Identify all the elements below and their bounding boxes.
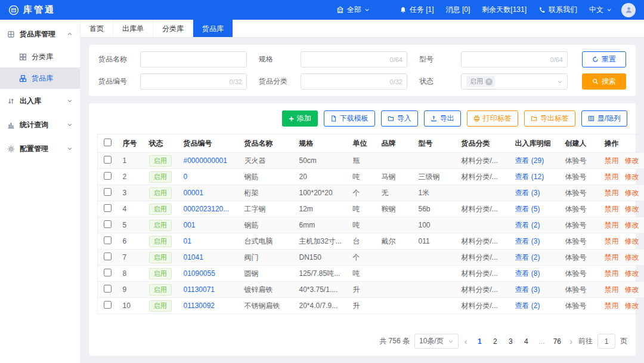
page-number[interactable]: 4: [519, 337, 532, 346]
row-select-cell[interactable]: [98, 217, 118, 233]
goods-code-link[interactable]: 0: [184, 173, 188, 181]
edit-action-link[interactable]: 修改: [625, 285, 639, 294]
export-label-button[interactable]: 导出标签: [524, 110, 575, 127]
tab-home[interactable]: 首页: [80, 20, 113, 37]
messages-item[interactable]: 消息 [0]: [446, 5, 470, 15]
sidebar-item-category-lib[interactable]: 分类库: [0, 46, 80, 67]
view-detail-link[interactable]: 查看 (2): [515, 221, 540, 229]
language-selector[interactable]: 中文: [589, 5, 612, 15]
goods-code-link[interactable]: 001: [184, 221, 196, 229]
row-select-cell[interactable]: [98, 298, 118, 314]
tab-category-lib[interactable]: 分类库: [153, 20, 193, 37]
row-checkbox[interactable]: [104, 301, 112, 309]
row-checkbox[interactable]: [104, 156, 112, 164]
row-checkbox[interactable]: [104, 236, 112, 244]
page-size-select[interactable]: 10条/页: [414, 334, 459, 349]
user-avatar[interactable]: [621, 3, 636, 17]
tasks-item[interactable]: 任务 [1]: [400, 5, 434, 15]
import-button[interactable]: 导入: [381, 110, 418, 127]
row-select-cell[interactable]: [98, 250, 118, 266]
row-select-cell[interactable]: [98, 233, 118, 250]
edit-action-link[interactable]: 修改: [625, 205, 639, 213]
goods-category-input[interactable]: 0/32: [301, 73, 407, 90]
goods-code-link[interactable]: 01130071: [184, 285, 215, 294]
goods-code-input[interactable]: 0/32: [140, 73, 247, 90]
disable-action-link[interactable]: 禁用: [605, 237, 619, 245]
reset-button[interactable]: 重置: [582, 51, 626, 67]
disable-action-link[interactable]: 禁用: [605, 269, 619, 278]
disable-action-link[interactable]: 禁用: [605, 221, 619, 229]
row-select-cell[interactable]: [98, 169, 118, 185]
row-checkbox[interactable]: [104, 269, 112, 276]
sidebar-group-config[interactable]: 配置管理: [0, 137, 80, 161]
row-checkbox[interactable]: [104, 285, 112, 293]
edit-action-link[interactable]: 修改: [625, 269, 639, 278]
row-checkbox[interactable]: [104, 204, 112, 212]
next-page-button[interactable]: ›: [568, 337, 574, 346]
row-select-cell[interactable]: [98, 153, 118, 169]
page-number[interactable]: 3: [504, 337, 517, 346]
row-checkbox[interactable]: [104, 253, 112, 260]
row-select-cell[interactable]: [98, 185, 118, 201]
model-input[interactable]: 0/64: [461, 51, 568, 67]
view-detail-link[interactable]: 查看 (12): [515, 173, 544, 181]
goto-page-input[interactable]: [597, 334, 615, 349]
page-number[interactable]: 1: [473, 337, 486, 346]
view-detail-link[interactable]: 查看 (2): [515, 253, 540, 262]
disable-action-link[interactable]: 禁用: [605, 253, 619, 262]
print-label-button[interactable]: 打印标签: [467, 110, 518, 127]
goods-code-link[interactable]: 00001: [184, 189, 203, 197]
edit-action-link[interactable]: 修改: [625, 237, 639, 245]
status-select[interactable]: 启用 ×: [461, 73, 568, 90]
page-number[interactable]: 2: [488, 337, 501, 346]
download-template-button[interactable]: 下载模板: [324, 110, 375, 127]
disable-action-link[interactable]: 禁用: [605, 285, 619, 294]
row-checkbox[interactable]: [104, 188, 112, 196]
add-button[interactable]: + 添加: [282, 110, 317, 127]
export-button[interactable]: 导出: [424, 110, 461, 127]
search-button[interactable]: 搜索: [582, 73, 626, 90]
row-select-cell[interactable]: [98, 201, 118, 217]
goods-code-link[interactable]: 0002023120...: [184, 205, 230, 213]
row-select-cell[interactable]: [98, 282, 118, 298]
page-number[interactable]: 76: [550, 337, 564, 346]
tab-goods-lib[interactable]: 货品库: [193, 20, 233, 37]
select-all-checkbox[interactable]: [104, 139, 112, 146]
prev-page-button[interactable]: ‹: [463, 337, 469, 346]
edit-action-link[interactable]: 修改: [625, 302, 639, 310]
edit-action-link[interactable]: 修改: [625, 253, 639, 262]
edit-action-link[interactable]: 修改: [625, 156, 639, 165]
sidebar-group-goods-mgmt[interactable]: 货品库管理: [0, 22, 80, 46]
goods-code-link[interactable]: 01130092: [184, 302, 215, 310]
row-checkbox[interactable]: [104, 220, 112, 228]
sidebar-group-stats[interactable]: 统计查询: [0, 113, 80, 137]
goods-code-link[interactable]: 01: [184, 237, 191, 245]
disable-action-link[interactable]: 禁用: [605, 205, 619, 213]
goods-code-link[interactable]: #0000000001: [184, 156, 227, 165]
view-detail-link[interactable]: 查看 (3): [515, 237, 540, 245]
edit-action-link[interactable]: 修改: [625, 173, 639, 181]
goods-code-link[interactable]: 01090055: [184, 269, 215, 278]
warehouse-scope-selector[interactable]: 全部: [336, 5, 370, 15]
spec-input[interactable]: 0/64: [301, 51, 407, 67]
show-hide-columns-button[interactable]: 显/隐列: [581, 110, 627, 127]
goods-code-link[interactable]: 01041: [184, 253, 203, 262]
sidebar-item-goods-lib[interactable]: 货品库: [0, 67, 80, 89]
row-select-cell[interactable]: [98, 266, 118, 282]
disable-action-link[interactable]: 禁用: [605, 173, 619, 181]
disable-action-link[interactable]: 禁用: [605, 156, 619, 165]
row-checkbox[interactable]: [104, 172, 112, 180]
view-detail-link[interactable]: 查看 (5): [515, 205, 540, 213]
edit-action-link[interactable]: 修改: [625, 221, 639, 229]
view-detail-link[interactable]: 查看 (2): [515, 302, 540, 310]
disable-action-link[interactable]: 禁用: [605, 189, 619, 197]
edit-action-link[interactable]: 修改: [625, 189, 639, 197]
view-detail-link[interactable]: 查看 (29): [515, 156, 544, 165]
contact-item[interactable]: 联系我们: [538, 5, 577, 15]
disable-action-link[interactable]: 禁用: [605, 302, 619, 310]
sidebar-group-inout[interactable]: 出入库: [0, 89, 80, 113]
tab-outbound-order[interactable]: 出库单: [113, 20, 153, 37]
goods-name-input[interactable]: [140, 51, 247, 67]
tag-close-icon[interactable]: ×: [485, 78, 493, 85]
view-detail-link[interactable]: 查看 (3): [515, 285, 540, 294]
